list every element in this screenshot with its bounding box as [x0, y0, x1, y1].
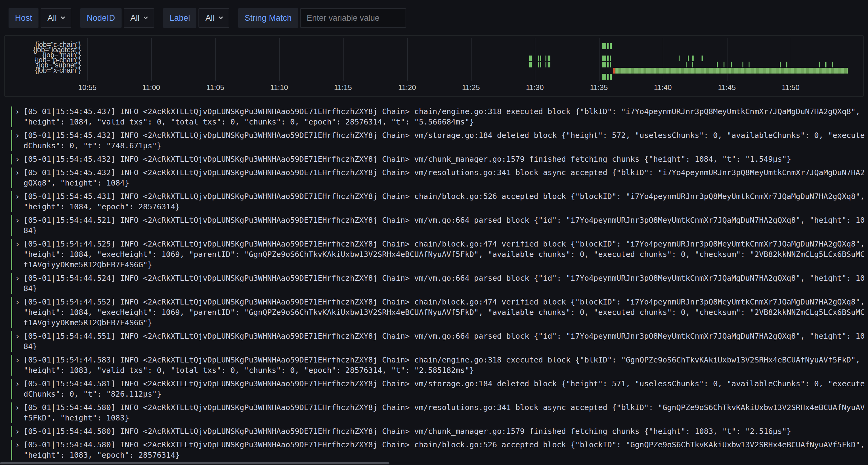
expand-chevron-icon[interactable]: ›	[15, 273, 22, 294]
log-volume-panel[interactable]: 10:5511:0011:0511:1011:1511:2011:2511:30…	[4, 35, 864, 97]
log-row[interactable]: ›[05-01|15:54:44.583] INFO <2AcRkXTLLtQj…	[11, 353, 868, 377]
volume-segment	[548, 62, 550, 67]
expand-chevron-icon[interactable]: ›	[15, 297, 22, 328]
string-match-input[interactable]	[300, 8, 406, 28]
variable-group-label: Label All	[163, 8, 229, 28]
log-row[interactable]: ›[05-01|15:54:45.432] INFO <2AcRkXTLLtQj…	[11, 153, 868, 166]
log-row[interactable]: ›[05-01|15:54:44.551] INFO <2AcRkXTLLtQj…	[11, 330, 868, 353]
log-row[interactable]: ›[05-01|15:54:45.431] INFO <2AcRkXTLLtQj…	[11, 190, 868, 213]
expand-chevron-icon[interactable]: ›	[15, 402, 22, 423]
log-message: [05-01|15:54:45.432] INFO <2AcRkXTLLtQjv…	[24, 154, 865, 164]
expand-chevron-icon[interactable]: ›	[15, 239, 22, 270]
volume-segment	[692, 62, 693, 67]
volume-segment	[548, 56, 550, 61]
volume-segment	[679, 56, 680, 61]
expand-chevron-icon[interactable]: ›	[15, 426, 22, 437]
expand-chevron-icon[interactable]: ›	[15, 215, 22, 236]
host-variable-value: All	[47, 13, 57, 23]
time-tick-label: 11:40	[654, 83, 672, 92]
log-level-indicator	[11, 297, 12, 328]
volume-segment	[602, 56, 606, 61]
log-row[interactable]: ›[05-01|15:54:45.432] INFO <2AcRkXTLLtQj…	[11, 129, 868, 153]
volume-segment	[688, 56, 689, 61]
volume-segment	[607, 62, 608, 67]
label-variable-select[interactable]: All	[198, 8, 229, 28]
log-row[interactable]: ›[05-01|15:54:44.580] INFO <2AcRkXTLLtQj…	[11, 438, 868, 462]
log-message: [05-01|15:54:44.580] INFO <2AcRkXTLLtQjv…	[24, 440, 865, 460]
log-level-indicator	[11, 331, 12, 352]
log-row[interactable]: ›[05-01|15:54:44.524] INFO <2AcRkXTLLtQj…	[11, 271, 868, 295]
volume-segment	[613, 68, 615, 73]
volume-segment	[731, 62, 732, 67]
variable-group-nodeid: NodeID All	[80, 8, 154, 28]
volume-segment	[540, 56, 541, 61]
expand-chevron-icon[interactable]: ›	[15, 379, 22, 399]
log-message: [05-01|15:54:45.432] INFO <2AcRkXTLLtQjv…	[24, 130, 865, 151]
volume-segment	[819, 62, 820, 67]
log-list: ›[05-01|15:54:45.437] INFO <2AcRkXTLLtQj…	[0, 105, 868, 462]
volume-segment	[825, 62, 827, 67]
volume-segment	[609, 56, 609, 61]
log-row[interactable]: ›[05-01|15:54:44.552] INFO <2AcRkXTLLtQj…	[11, 295, 868, 330]
volume-segment	[538, 62, 539, 67]
time-tick-label: 11:35	[590, 83, 608, 92]
series-label[interactable]: {job="x-chain"}	[10, 68, 81, 73]
volume-segment	[610, 74, 611, 80]
volume-segment	[538, 56, 539, 61]
expand-chevron-icon[interactable]: ›	[15, 130, 22, 151]
log-level-indicator	[11, 167, 12, 188]
log-row[interactable]: ›[05-01|15:54:44.581] INFO <2AcRkXTLLtQj…	[11, 377, 868, 401]
log-message: [05-01|15:54:44.580] INFO <2AcRkXTLLtQjv…	[24, 426, 865, 437]
log-message: [05-01|15:54:44.525] INFO <2AcRkXTLLtQjv…	[24, 239, 865, 270]
log-message: [05-01|15:54:44.580] INFO <2AcRkXTLLtQjv…	[24, 402, 865, 423]
volume-segment	[613, 68, 848, 73]
expand-chevron-icon[interactable]: ›	[15, 154, 22, 164]
expand-chevron-icon[interactable]: ›	[15, 440, 22, 460]
variable-group-string-match: String Match	[238, 8, 406, 28]
expand-chevron-icon[interactable]: ›	[15, 331, 22, 352]
log-row[interactable]: ›[05-01|15:54:44.580] INFO <2AcRkXTLLtQj…	[11, 425, 868, 438]
volume-segment	[692, 56, 693, 61]
log-level-indicator	[11, 215, 12, 236]
expand-chevron-icon[interactable]: ›	[15, 106, 22, 127]
volume-segment	[702, 56, 703, 61]
log-message: [05-01|15:54:45.432] INFO <2AcRkXTLLtQjv…	[24, 167, 865, 188]
log-message: [05-01|15:54:44.552] INFO <2AcRkXTLLtQjv…	[24, 297, 865, 328]
horizontal-scrollbar-thumb[interactable]	[0, 462, 390, 464]
log-row[interactable]: ›[05-01|15:54:44.580] INFO <2AcRkXTLLtQj…	[11, 401, 868, 425]
nodeid-variable-label: NodeID	[80, 8, 122, 28]
volume-segment	[786, 62, 787, 67]
log-row[interactable]: ›[05-01|15:54:44.525] INFO <2AcRkXTLLtQj…	[11, 237, 868, 271]
volume-segment	[609, 62, 609, 67]
volume-segment	[832, 62, 833, 67]
log-row[interactable]: ›[05-01|15:54:45.437] INFO <2AcRkXTLLtQj…	[11, 105, 868, 129]
log-level-indicator	[11, 273, 12, 294]
time-tick-label: 11:45	[718, 83, 736, 92]
volume-segment	[611, 43, 612, 49]
volume-segment	[529, 56, 532, 61]
expand-chevron-icon[interactable]: ›	[15, 355, 22, 375]
nodeid-variable-select[interactable]: All	[124, 8, 154, 28]
host-variable-select[interactable]: All	[41, 8, 71, 28]
log-level-indicator	[11, 355, 12, 375]
volume-segment	[610, 56, 611, 61]
volume-segment	[610, 43, 611, 49]
volume-segment	[742, 62, 743, 67]
log-message: [05-01|15:54:44.524] INFO <2AcRkXTLLtQjv…	[24, 273, 865, 294]
string-match-label: String Match	[238, 8, 298, 28]
time-tick-label: 11:10	[270, 83, 288, 92]
log-row[interactable]: ›[05-01|15:54:45.432] INFO <2AcRkXTLLtQj…	[11, 166, 868, 190]
log-level-indicator	[11, 239, 12, 270]
log-level-indicator	[11, 106, 12, 127]
expand-chevron-icon[interactable]: ›	[15, 167, 22, 188]
host-variable-label: Host	[8, 8, 38, 28]
log-level-indicator	[11, 440, 12, 460]
expand-chevron-icon[interactable]: ›	[15, 191, 22, 212]
volume-segment	[529, 62, 532, 67]
log-level-indicator	[11, 426, 12, 437]
volume-segment	[717, 62, 718, 67]
volume-segment	[602, 74, 606, 80]
log-row[interactable]: ›[05-01|15:54:44.521] INFO <2AcRkXTLLtQj…	[11, 213, 868, 237]
volume-segment	[611, 74, 612, 80]
volume-segment	[540, 62, 541, 67]
